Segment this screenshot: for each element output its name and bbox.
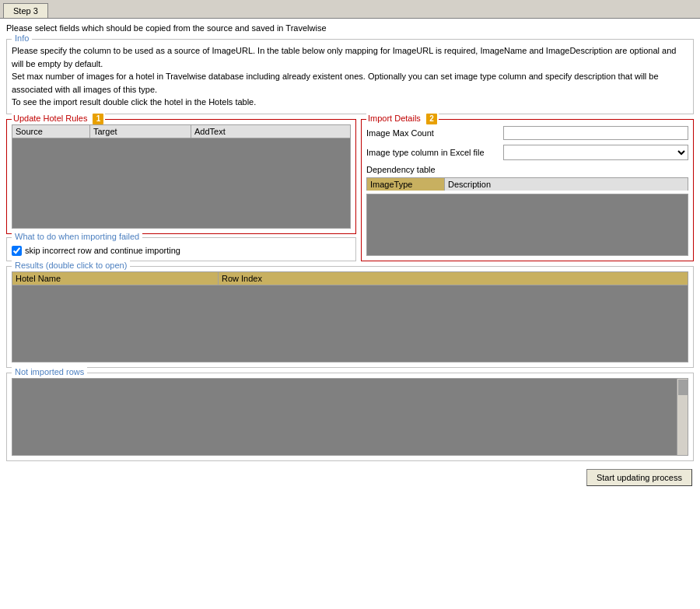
image-type-column-select[interactable]: [503, 145, 688, 160]
col-target: Target: [90, 125, 191, 138]
update-hotel-rules-panel: Update Hotel Rules 1 Source Target AddTe…: [6, 119, 356, 234]
start-updating-button[interactable]: Start updating process: [586, 469, 692, 486]
dep-table-header: ImageType Description: [366, 177, 688, 191]
not-imported-body: [12, 378, 688, 456]
fail-section: What to do when importing failed skip in…: [6, 237, 356, 261]
import-details-panel: Import Details 2 Image Max Count Image t…: [361, 119, 694, 261]
skip-row-checkbox[interactable]: [12, 246, 22, 256]
dep-col-description: Description: [445, 178, 688, 191]
results-col-row-index: Row Index: [219, 272, 688, 285]
col-addtext: AddText: [191, 125, 350, 138]
info-section: Info Please specify the column to be use…: [6, 39, 694, 114]
checkbox-row: skip incorrect row and continue importin…: [12, 246, 351, 256]
page-subtitle: Please select fields which should be cop…: [6, 23, 694, 33]
step3-tab[interactable]: Step 3: [3, 3, 48, 18]
fail-section-title: What to do when importing failed: [12, 232, 142, 241]
dep-col-imagetype: ImageType: [367, 178, 445, 191]
image-type-column-row: Image type column in Excel file: [366, 145, 688, 160]
results-table-header: Hotel Name Row Index: [12, 271, 688, 285]
update-rules-table-body: [12, 138, 351, 229]
update-rules-table-header: Source Target AddText: [12, 124, 351, 138]
import-details-number: 2: [426, 114, 437, 124]
info-title: Info: [12, 33, 32, 43]
image-type-column-label: Image type column in Excel file: [366, 148, 499, 157]
dep-table-body: [366, 194, 688, 256]
results-title: Results (double click to open): [12, 261, 130, 270]
dependency-table-label: Dependency table: [366, 165, 688, 174]
image-max-count-label: Image Max Count: [366, 128, 499, 138]
results-col-hotel: Hotel Name: [12, 272, 219, 285]
image-max-count-row: Image Max Count: [366, 126, 688, 140]
update-rules-title: Update Hotel Rules 1: [12, 114, 105, 124]
results-table-body: [12, 285, 688, 362]
scrollbar-vertical[interactable]: [677, 379, 688, 455]
results-section: Results (double click to open) Hotel Nam…: [6, 266, 694, 368]
col-source: Source: [12, 125, 90, 138]
skip-row-label: skip incorrect row and continue importin…: [25, 246, 180, 255]
scrollbar-thumb: [678, 380, 688, 395]
import-details-title: Import Details 2: [366, 114, 439, 124]
not-imported-section: Not imported rows: [6, 373, 694, 461]
not-imported-title: Not imported rows: [12, 367, 87, 376]
footer-row: Start updating process: [6, 466, 694, 489]
left-panel: Update Hotel Rules 1 Source Target AddTe…: [6, 119, 356, 261]
info-text: Please specify the column to be used as …: [12, 44, 688, 109]
middle-row: Update Hotel Rules 1 Source Target AddTe…: [6, 119, 694, 261]
update-rules-number: 1: [93, 114, 103, 124]
image-max-count-input[interactable]: [503, 126, 688, 140]
